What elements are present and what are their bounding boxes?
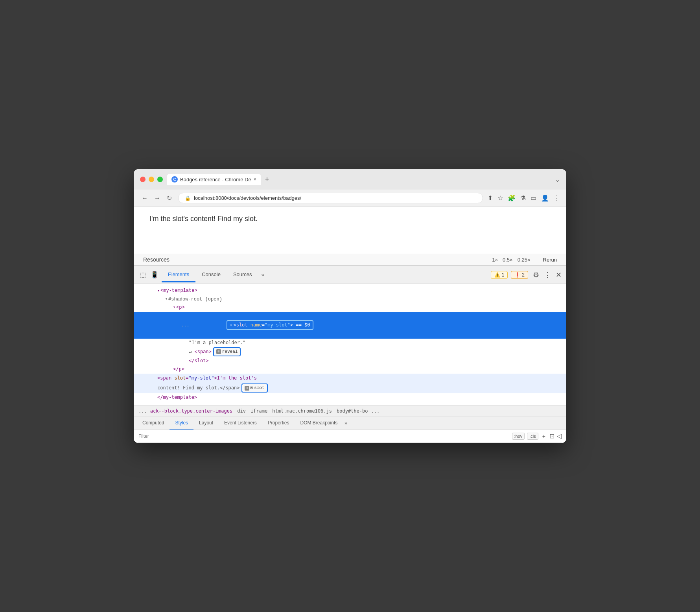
slot-close-tag: </slot>	[189, 357, 209, 365]
tab-close-button[interactable]: ×	[254, 177, 256, 182]
element-picker-icon[interactable]: ⬚	[138, 269, 147, 280]
p-close-tag: </p>	[173, 365, 184, 373]
expand-icon: ▾	[173, 304, 175, 311]
slot-tag: ▾ <slot name="my-slot"> == $0	[193, 313, 313, 338]
tab-computed[interactable]: Computed	[137, 417, 169, 430]
settings-icon[interactable]: ⚙	[531, 269, 541, 281]
dom-node-span-reveal[interactable]: ↵ <span> ⊡ reveal	[134, 347, 566, 357]
arrow-right: ↵	[189, 348, 194, 356]
error-icon: ❗	[514, 272, 520, 278]
elements-panel: ▾ <my-template> ▾ #shadow-root (open) ▾ …	[134, 284, 566, 442]
address-input[interactable]: 🔒 localhost:8080/docs/devtools/elements/…	[178, 193, 483, 203]
minimize-button[interactable]	[149, 177, 154, 182]
tab-menu-button[interactable]: ⌄	[555, 176, 560, 183]
tab-more[interactable]: »	[258, 268, 267, 282]
share-icon[interactable]: ⬆	[488, 194, 493, 202]
multiplier-1x[interactable]: 1×	[492, 257, 498, 263]
tab-event-listeners[interactable]: Event Listeners	[219, 417, 262, 430]
tab-favicon: C	[171, 176, 178, 182]
reveal-badge[interactable]: ⊡ reveal	[213, 347, 241, 357]
tab-layout[interactable]: Layout	[193, 417, 219, 430]
nav-buttons: ← → ↻	[140, 194, 173, 203]
tab-elements[interactable]: Elements	[162, 267, 195, 282]
maximize-button[interactable]	[157, 177, 163, 182]
filter-input[interactable]	[138, 433, 509, 439]
dom-node-my-template[interactable]: ▾ <my-template>	[134, 287, 566, 295]
tab-dom-breakpoints[interactable]: DOM Breakpoints	[295, 417, 343, 430]
tab-properties[interactable]: Properties	[262, 417, 295, 430]
title-bar: C Badges reference - Chrome De × + ⌄	[134, 169, 566, 190]
my-template-close-tag: </my-template>	[157, 394, 197, 401]
styles-panel-tabs: Computed Styles Layout Event Listeners P…	[134, 417, 566, 430]
filter-icon1[interactable]: ⊡	[549, 432, 554, 440]
profile-icon[interactable]: 👤	[541, 194, 549, 202]
shadow-root-text: #shadow-root (open)	[168, 296, 222, 303]
breadcrumb-item-2[interactable]: iframe	[249, 408, 269, 414]
warning-badge[interactable]: ⚠️ 1	[491, 271, 508, 279]
placeholder-text: "I'm a placeholder."	[189, 339, 246, 347]
multiplier-05x[interactable]: 0.5×	[503, 257, 513, 263]
menu-icon[interactable]: ⋮	[554, 194, 560, 202]
more-options-icon[interactable]: ⋮	[544, 271, 551, 279]
tag-open: <my-template>	[160, 287, 197, 295]
breadcrumb-item-3[interactable]: html.mac.chrome106.js	[271, 408, 333, 414]
page-content: I'm the slot's content! Find my slot. Re…	[134, 207, 566, 265]
filter-icon2[interactable]: ◁	[557, 432, 562, 440]
display-icon[interactable]: ▭	[531, 194, 536, 202]
demo-controls: Resources 1× 0.5× 0.25× Rerun	[134, 254, 566, 265]
back-button[interactable]: ←	[140, 194, 149, 203]
breadcrumb-item-0[interactable]: ack--block.type.center-images	[149, 408, 234, 414]
filter-cls-button[interactable]: .cls	[527, 433, 538, 440]
slot-badge-icon: ⊡	[245, 386, 249, 391]
tab-console[interactable]: Console	[195, 267, 227, 282]
dom-node-span-slot[interactable]: <span slot="my-slot">I'm the slot's	[134, 374, 566, 383]
close-devtools-icon[interactable]: ✕	[554, 269, 563, 281]
slot-badge[interactable]: ⊡ ⊡ slot	[241, 383, 268, 393]
traffic-lights	[140, 177, 163, 182]
new-tab-button[interactable]: +	[263, 175, 271, 184]
dom-tree: ▾ <my-template> ▾ #shadow-root (open) ▾ …	[134, 284, 566, 405]
device-toolbar-icon[interactable]: 📱	[149, 269, 160, 280]
devtools-right: ⚠️ 1 ❗ 2 ⚙ ⋮ ✕	[491, 269, 563, 281]
dom-node-p[interactable]: ▾ <p>	[134, 304, 566, 312]
span-tag: <span>	[194, 348, 211, 356]
tab-styles[interactable]: Styles	[169, 417, 193, 430]
breadcrumb-bar: ... ack--block.type.center-images div if…	[134, 405, 566, 417]
tab-sources[interactable]: Sources	[227, 267, 258, 282]
content-area: I'm the slot's content! Find my slot.	[134, 207, 566, 254]
dom-node-my-template-close: </my-template>	[134, 393, 566, 402]
breadcrumb-ellipsis-left: ...	[138, 408, 147, 414]
dom-node-slot[interactable]: ... ▾ <slot name="my-slot"> == $0	[134, 312, 566, 339]
breadcrumb-item-1[interactable]: div	[236, 408, 247, 414]
extensions-icon[interactable]: 🧩	[508, 194, 516, 202]
reload-button[interactable]: ↻	[165, 194, 173, 203]
badge-icon: ⊡	[216, 349, 221, 354]
warning-icon: ⚠️	[494, 272, 500, 278]
forward-button[interactable]: →	[153, 194, 162, 203]
url-text: localhost:8080/docs/devtools/elements/ba…	[194, 195, 301, 201]
devtools-panel: ⬚ 📱 Elements Console Sources » ⚠️ 1	[134, 265, 566, 442]
breadcrumb-ellipsis-right: ...	[371, 408, 379, 414]
resources-label[interactable]: Resources	[143, 256, 169, 263]
lab-icon[interactable]: ⚗	[520, 194, 526, 202]
dom-node-shadow-root[interactable]: ▾ #shadow-root (open)	[134, 295, 566, 304]
tab-styles-more[interactable]: »	[343, 417, 349, 429]
multiplier-025x[interactable]: 0.25×	[518, 257, 531, 263]
error-badge[interactable]: ❗ 2	[511, 271, 528, 279]
slot-label: ⊡	[251, 385, 253, 392]
filter-hover-button[interactable]: :hov	[512, 433, 525, 440]
filter-add-button[interactable]: +	[541, 432, 547, 440]
close-button[interactable]	[140, 177, 146, 182]
breadcrumb-item-4[interactable]: body#the-bo	[335, 408, 369, 414]
warning-count: 1	[502, 272, 505, 278]
dom-placeholder-text: "I'm a placeholder."	[134, 339, 566, 347]
filter-bar: :hov .cls + ⊡ ◁	[134, 430, 566, 443]
dom-node-slot-close: </slot>	[134, 357, 566, 365]
demo-multipliers: 1× 0.5× 0.25×	[492, 257, 530, 263]
active-tab[interactable]: C Badges reference - Chrome De ×	[167, 174, 261, 185]
bookmark-icon[interactable]: ☆	[497, 194, 503, 202]
slot-open-tag: <slot name="my-slot"> == $0	[233, 321, 310, 329]
rerun-button[interactable]: Rerun	[543, 257, 557, 263]
address-bar: ← → ↻ 🔒 localhost:8080/docs/devtools/ele…	[134, 190, 566, 207]
slot-content-text: I'm the slot's content! Find my slot.	[149, 215, 551, 223]
